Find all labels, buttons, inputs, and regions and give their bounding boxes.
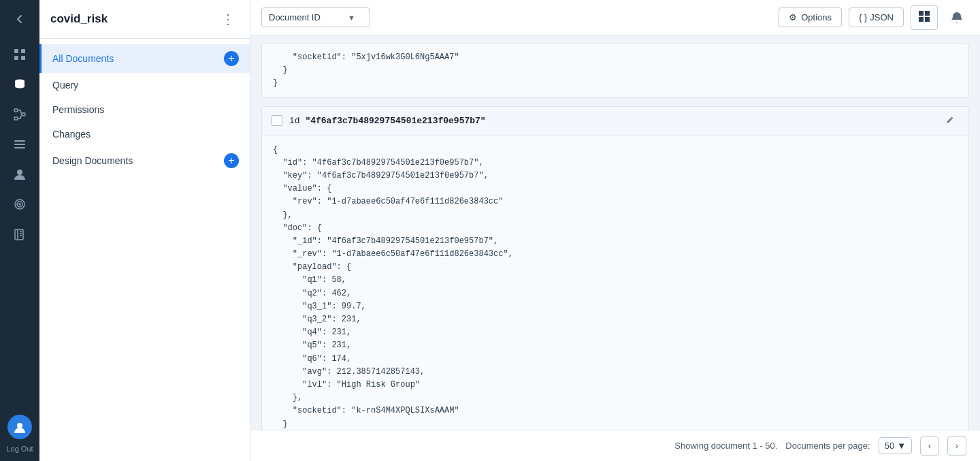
svg-rect-7 — [14, 117, 18, 120]
sidebar-item-label: All Documents — [52, 53, 224, 64]
next-page-button[interactable]: › — [947, 436, 966, 456]
footer: Showing document 1 - 50. Documents per p… — [250, 430, 980, 461]
doc-code: { "id": "4f6af3c7b48929754501e213f0e957b… — [273, 144, 958, 430]
doc-card-header: id "4f6af3c7b48929754501e213f0e957b7" — [262, 107, 968, 136]
svg-point-15 — [17, 423, 22, 428]
add-document-button[interactable]: + — [224, 51, 239, 66]
sidebar-item-query[interactable]: Query — [39, 73, 250, 97]
svg-point-14 — [19, 204, 20, 205]
svg-rect-16 — [919, 11, 924, 16]
target-icon[interactable] — [6, 191, 33, 218]
document-id-selector[interactable]: Document ID ▼ — [261, 7, 370, 27]
doc-id-label: Document ID — [269, 12, 321, 22]
svg-rect-2 — [14, 56, 18, 60]
logout-button[interactable]: Log Out — [3, 442, 35, 456]
per-page-chevron: ▼ — [897, 441, 906, 451]
svg-rect-1 — [21, 49, 25, 53]
showing-text: Showing document 1 - 50. — [674, 441, 777, 451]
table-view-button[interactable] — [911, 5, 938, 30]
list-icon[interactable] — [6, 131, 33, 158]
book-icon[interactable] — [6, 221, 33, 248]
svg-rect-0 — [14, 49, 18, 53]
svg-rect-19 — [925, 17, 930, 22]
sidebar-item-label: Permissions — [52, 104, 239, 115]
dashboard-icon[interactable] — [6, 41, 33, 68]
svg-rect-18 — [919, 17, 924, 22]
doc-checkbox[interactable] — [272, 115, 282, 126]
per-page-value: 50 — [885, 441, 894, 451]
main-content: Document ID ▼ ⚙ Options { } JSON — [250, 0, 980, 461]
braces-icon: { } — [859, 12, 867, 22]
sidebar: covid_risk ⋮ All Documents + Query Permi… — [39, 0, 250, 461]
toolbar: Document ID ▼ ⚙ Options { } JSON — [250, 0, 980, 35]
options-button[interactable]: ⚙ Options — [779, 7, 842, 27]
icon-bar: Log Out — [0, 0, 39, 461]
svg-point-11 — [17, 170, 22, 175]
user-icon[interactable] — [6, 161, 33, 188]
doc-body: { "id": "4f6af3c7b48929754501e213f0e957b… — [262, 136, 968, 430]
user-avatar — [7, 415, 32, 439]
database-name: covid_risk — [50, 12, 210, 26]
json-label: JSON — [870, 12, 894, 22]
sidebar-header: covid_risk ⋮ — [39, 0, 250, 39]
sidebar-item-all-documents[interactable]: All Documents + — [39, 44, 250, 73]
edit-document-button[interactable] — [941, 114, 959, 128]
sidebar-nav: All Documents + Query Permissions Change… — [39, 39, 250, 461]
sidebar-item-label: Changes — [52, 129, 239, 140]
svg-rect-8 — [14, 140, 25, 142]
svg-rect-3 — [21, 56, 25, 60]
doc-partial-body: "socketid": "5xjv16wk3G0L6Ng5AAA7" } } — [262, 44, 968, 97]
doc-partial-code: "socketid": "5xjv16wk3G0L6Ng5AAA7" } } — [273, 51, 958, 91]
per-page-selector[interactable]: 50 ▼ — [879, 437, 912, 454]
notification-button[interactable] — [945, 5, 969, 30]
doc-id-field: id "4f6af3c7b48929754501e213f0e957b7" — [289, 116, 934, 126]
doc-card-4f6af: id "4f6af3c7b48929754501e213f0e957b7" { … — [261, 106, 969, 430]
svg-rect-9 — [14, 144, 25, 145]
svg-rect-10 — [14, 147, 25, 148]
json-button[interactable]: { } JSON — [849, 7, 904, 27]
svg-rect-5 — [14, 109, 18, 112]
gear-icon: ⚙ — [789, 12, 797, 22]
sidebar-item-label: Query — [52, 80, 239, 91]
sidebar-item-permissions[interactable]: Permissions — [39, 97, 250, 122]
documents-area: "socketid": "5xjv16wk3G0L6Ng5AAA7" } } i… — [250, 35, 980, 430]
kebab-menu-button[interactable]: ⋮ — [217, 10, 239, 29]
svg-rect-17 — [925, 11, 930, 16]
flow-icon[interactable] — [6, 101, 33, 128]
chevron-down-icon: ▼ — [348, 14, 355, 22]
database-icon[interactable] — [6, 71, 33, 98]
sidebar-item-design-documents[interactable]: Design Documents + — [39, 146, 250, 175]
doc-card-top-partial: "socketid": "5xjv16wk3G0L6Ng5AAA7" } } — [261, 44, 969, 98]
add-design-document-button[interactable]: + — [224, 153, 239, 168]
svg-rect-6 — [22, 113, 25, 116]
back-button[interactable] — [6, 5, 33, 33]
previous-page-button[interactable]: ‹ — [920, 436, 939, 456]
sidebar-item-label: Design Documents — [52, 155, 224, 166]
per-page-label: Documents per page: — [785, 441, 870, 451]
options-label: Options — [801, 12, 832, 22]
sidebar-item-changes[interactable]: Changes — [39, 122, 250, 146]
